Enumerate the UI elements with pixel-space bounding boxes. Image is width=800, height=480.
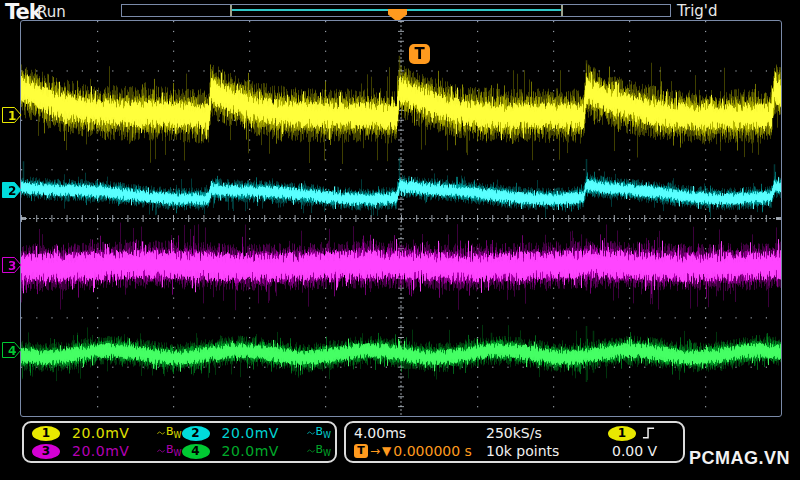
trigger-position-value: 0.000000 s: [393, 443, 472, 459]
channel-3-ground-marker: 3: [2, 257, 22, 273]
trigger-source-badge: 1: [608, 426, 636, 441]
channel-3-scale: 20.0mV: [72, 443, 157, 459]
ac-coupling-icon: [307, 446, 315, 456]
channel-2-badge: 2: [182, 426, 210, 441]
bandwidth-limit-icon: BW: [166, 425, 181, 440]
acquisition-status: Run: [37, 3, 66, 21]
channel-4-scale: 20.0mV: [222, 443, 307, 459]
channel-2-ground-marker: 2: [2, 182, 22, 198]
trigger-delay-icon: T: [354, 444, 368, 458]
ac-coupling-icon: [157, 446, 165, 456]
channel-1-indicators: BW: [157, 425, 182, 440]
channel-3-badge: 3: [32, 444, 60, 459]
channel-4-badge: 4: [182, 444, 210, 459]
waveform-display: [21, 21, 781, 416]
bandwidth-limit-icon: BW: [316, 443, 331, 458]
channel-readout-box: 1 20.0mV BW 2 20.0mV BW 3 20.0mV BW 4 20…: [22, 421, 337, 463]
trigger-position-badge: T: [409, 44, 430, 64]
channel-4-indicators: BW: [307, 443, 332, 458]
bandwidth-limit-icon: BW: [316, 425, 331, 440]
arrow-right-icon: →: [370, 444, 380, 458]
rising-edge-icon: [642, 426, 655, 440]
trigger-status: Trig'd: [677, 2, 717, 20]
channel-2-scale: 20.0mV: [222, 425, 307, 441]
channel-3-indicators: BW: [157, 443, 182, 458]
record-length: 10k points: [486, 443, 608, 459]
ac-coupling-icon: [307, 428, 315, 438]
channel-1-badge: 1: [32, 426, 60, 441]
svg-text:2: 2: [8, 184, 16, 198]
trigger-level-value: 0.00 V: [608, 443, 675, 459]
record-window-end-bracket: [561, 5, 563, 16]
triangle-down-icon: ▼: [382, 444, 391, 458]
channel-1-scale: 20.0mV: [72, 425, 157, 441]
oscilloscope-screen: Tek Run Trig'd T 1 2 3 4 1 20.0mV BW 2 2…: [0, 0, 800, 480]
svg-text:4: 4: [8, 344, 16, 358]
ac-coupling-icon: [157, 428, 165, 438]
svg-text:1: 1: [8, 109, 16, 123]
channel-1-ground-marker: 1: [2, 107, 22, 123]
horizontal-scale: 4.00ms: [354, 425, 486, 441]
horizontal-trigger-readout-box: 4.00ms 250kS/s 1 T→▼0.000000 s 10k point…: [344, 421, 685, 463]
graticule: T: [20, 20, 782, 417]
watermark: PCMAG.VN: [689, 448, 790, 469]
svg-text:3: 3: [8, 259, 16, 273]
bandwidth-limit-icon: BW: [166, 443, 181, 458]
channel-4-ground-marker: 4: [2, 342, 22, 358]
channel-2-indicators: BW: [307, 425, 332, 440]
sample-rate: 250kS/s: [486, 425, 608, 441]
